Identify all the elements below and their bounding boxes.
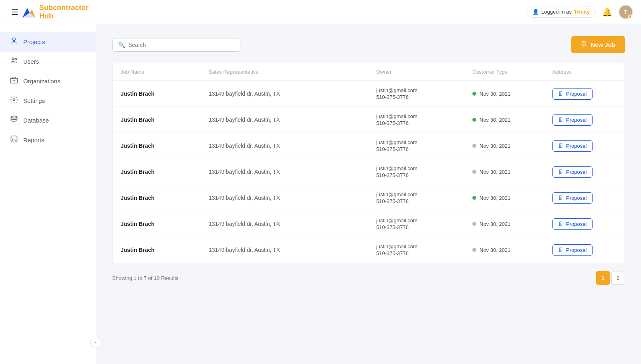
sales-rep-cell: 13149 bayfield dr, Austin, TX — [209, 90, 376, 97]
job-name-cell: Justin Brach — [121, 247, 209, 253]
settings-icon — [10, 96, 18, 106]
sidebar-item-users[interactable]: Users — [0, 52, 96, 71]
date-label: Nov 30, 2021 — [480, 247, 510, 253]
organizations-icon — [10, 76, 18, 86]
brand-name: Subcontractor Hub — [39, 4, 104, 20]
avatar[interactable]: T — [619, 5, 633, 19]
owner-phone: 510-375-3776 — [376, 120, 472, 126]
customer-type-cell: Nov 30, 2021 — [472, 247, 552, 253]
owner-email: justin@gmail.com — [376, 243, 472, 249]
owner-cell: justin@gmail.com 510-375-3776 — [376, 139, 472, 152]
proposal-cell: Proposal — [552, 166, 617, 178]
col-sales-rep: Sales Repreeentative — [209, 69, 376, 75]
status-dot — [472, 92, 476, 96]
date-label: Nov 30, 2021 — [480, 169, 510, 175]
sidebar-collapse-button[interactable]: ‹ — [90, 337, 101, 348]
job-name-cell: Justin Brach — [121, 195, 209, 201]
table-body: Justin Brach 13149 bayfield dr, Austin, … — [113, 81, 625, 263]
sidebar-item-reports[interactable]: Reports — [0, 130, 96, 150]
date-label: Nov 30, 2021 — [480, 195, 510, 201]
online-dot — [628, 14, 632, 18]
toolbar: 🔍 New Job — [112, 36, 625, 53]
proposal-cell: Proposal — [552, 192, 617, 204]
sidebar-label-organizations: Organizations — [23, 78, 60, 84]
proposal-cell: Proposal — [552, 218, 617, 230]
sidebar-item-projects[interactable]: Projects — [0, 32, 96, 52]
owner-cell: justin@gmail.com 510-375-3776 — [376, 113, 472, 126]
proposal-cell: Proposal — [552, 114, 617, 126]
svg-point-9 — [13, 99, 15, 101]
svg-point-4 — [12, 58, 14, 60]
owner-phone: 510-375-3776 — [376, 250, 472, 256]
search-input[interactable] — [128, 42, 234, 48]
showing-text: Showing 1 to 7 of 10 Results — [112, 275, 179, 281]
status-dot — [472, 170, 476, 174]
proposal-button[interactable]: Proposal — [552, 88, 593, 100]
table-header: Job Name Sales Repreeentative Owner Cust… — [113, 63, 625, 81]
logo-icon — [22, 5, 36, 19]
job-name-cell: Justin Brach — [121, 90, 209, 97]
search-box[interactable]: 🔍 — [112, 38, 240, 52]
search-icon: 🔍 — [118, 42, 125, 48]
col-address: Address — [552, 69, 617, 75]
logged-in-label: Logged-In as — [541, 9, 572, 15]
table-row: Justin Brach 13149 bayfield dr, Austin, … — [113, 159, 625, 185]
svg-point-3 — [13, 38, 16, 41]
header: ☰ Subcontractor Hub 👤 Logged-In as Trini… — [0, 0, 641, 24]
users-icon — [10, 56, 18, 66]
proposal-button[interactable]: Proposal — [552, 192, 593, 204]
sales-rep-cell: 13149 bayfield dr, Austin, TX — [209, 195, 376, 201]
customer-type-cell: Nov 30, 2021 — [472, 221, 552, 227]
page-button-2[interactable]: 2 — [611, 271, 625, 285]
sidebar-item-settings[interactable]: Settings — [0, 91, 96, 111]
sidebar-label-reports: Reports — [23, 137, 44, 143]
page-button-1[interactable]: 1 — [596, 271, 610, 285]
owner-email: justin@gmail.com — [376, 113, 472, 119]
new-job-label: New Job — [591, 41, 615, 48]
owner-email: justin@gmail.com — [376, 139, 472, 145]
sidebar-label-users: Users — [23, 58, 39, 65]
owner-email: justin@gmail.com — [376, 191, 472, 197]
new-job-button[interactable]: New Job — [571, 36, 625, 53]
col-job-name: Job Name — [121, 69, 209, 75]
header-right: 👤 Logged-In as Trinity 🔔 T — [526, 5, 633, 19]
status-dot — [472, 222, 476, 226]
customer-type-cell: Nov 30, 2021 — [472, 195, 552, 201]
notification-icon[interactable]: 🔔 — [602, 7, 612, 17]
owner-phone: 510-375-3776 — [376, 224, 472, 230]
proposal-button[interactable]: Proposal — [552, 114, 593, 126]
customer-type-cell: Nov 30, 2021 — [472, 117, 552, 123]
sidebar-label-database: Database — [23, 117, 49, 124]
job-name-cell: Justin Brach — [121, 169, 209, 175]
customer-type-cell: Nov 30, 2021 — [472, 143, 552, 149]
projects-icon — [10, 37, 18, 47]
proposal-cell: Proposal — [552, 140, 617, 152]
hamburger-menu[interactable]: ☰ — [11, 7, 18, 17]
job-name-cell: Justin Brach — [121, 117, 209, 123]
owner-email: justin@gmail.com — [376, 217, 472, 223]
proposal-button[interactable]: Proposal — [552, 140, 593, 152]
job-name-cell: Justin Brach — [121, 221, 209, 227]
svg-point-5 — [15, 58, 16, 60]
status-dot — [472, 196, 476, 200]
sales-rep-cell: 13149 bayfield dr, Austin, TX — [209, 221, 376, 227]
owner-phone: 510-375-3776 — [376, 146, 472, 152]
sidebar: Projects Users Organizations Settings Da… — [0, 24, 96, 364]
svg-point-10 — [11, 116, 17, 118]
status-dot — [472, 118, 476, 122]
proposal-button[interactable]: Proposal — [552, 166, 593, 178]
status-dot — [472, 144, 476, 148]
owner-cell: justin@gmail.com 510-375-3776 — [376, 87, 472, 100]
proposal-button[interactable]: Proposal — [552, 218, 593, 230]
owner-email: justin@gmail.com — [376, 87, 472, 93]
database-icon — [10, 115, 18, 125]
col-customer-type: Customer Type — [472, 69, 552, 75]
proposal-button[interactable]: Proposal — [552, 244, 593, 256]
sidebar-item-database[interactable]: Database — [0, 111, 96, 130]
sidebar-item-organizations[interactable]: Organizations — [0, 71, 96, 91]
owner-phone: 510-375-3776 — [376, 172, 472, 178]
date-label: Nov 30, 2021 — [480, 143, 510, 149]
reports-icon — [10, 135, 18, 145]
sales-rep-cell: 13149 bayfield dr, Austin, TX — [209, 247, 376, 253]
owner-cell: justin@gmail.com 510-375-3776 — [376, 165, 472, 178]
